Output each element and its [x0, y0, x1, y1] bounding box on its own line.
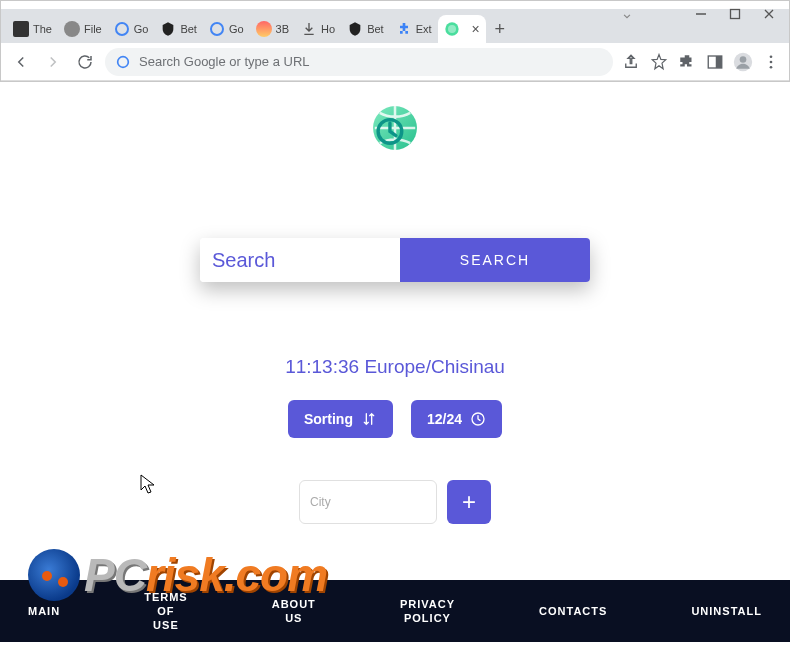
clock-timezone: Europe/Chisinau [364, 356, 504, 377]
clock-time: 11:13:36 [285, 356, 359, 377]
svg-point-11 [770, 60, 773, 63]
close-window-button[interactable] [763, 6, 775, 24]
time-format-button[interactable]: 12/24 [411, 400, 502, 438]
tab-bet-2[interactable]: Bet [341, 15, 390, 43]
city-input[interactable] [299, 480, 437, 524]
mouse-cursor-icon [140, 474, 156, 496]
svg-point-12 [770, 65, 773, 68]
maximize-button[interactable] [729, 6, 741, 24]
format-label: 12/24 [427, 411, 462, 427]
footer-about[interactable]: ABOUT US [272, 597, 316, 626]
footer-terms[interactable]: TERMS OF USE [144, 590, 188, 633]
svg-point-9 [740, 56, 747, 63]
search-bar: SEARCH [200, 238, 590, 282]
tab-active[interactable]: × [438, 15, 486, 43]
title-bar [1, 1, 789, 9]
forward-button[interactable] [41, 50, 65, 74]
site-logo [365, 98, 425, 158]
toolbar: Search Google or type a URL [1, 43, 789, 81]
clock-display: 11:13:36 Europe/Chisinau [0, 356, 790, 378]
clock-icon [470, 411, 486, 427]
tab-ho[interactable]: Ho [295, 15, 341, 43]
bookmark-icon[interactable] [649, 52, 669, 72]
footer-contacts[interactable]: CONTACTS [539, 604, 607, 618]
sorting-button[interactable]: Sorting [288, 400, 393, 438]
search-button[interactable]: SEARCH [400, 238, 590, 282]
omnibox-placeholder: Search Google or type a URL [139, 54, 603, 69]
chevron-down-icon[interactable] [620, 9, 634, 27]
footer-main[interactable]: MAIN [28, 604, 60, 618]
sort-arrows-icon [361, 411, 377, 427]
page-content: SEARCH 11:13:36 Europe/Chisinau Sorting … [0, 82, 790, 642]
tab-bet-1[interactable]: Bet [154, 15, 203, 43]
tab-3b[interactable]: 3B [250, 15, 295, 43]
svg-point-1 [116, 23, 128, 35]
reload-button[interactable] [73, 50, 97, 74]
tab-ext[interactable]: Ext [390, 15, 438, 43]
tab-strip: The File Go Bet Go 3B Ho Bet Ext × + [1, 9, 789, 43]
menu-icon[interactable] [761, 52, 781, 72]
footer-nav: MAIN TERMS OF USE ABOUT US PRIVACY POLIC… [0, 580, 790, 642]
share-icon[interactable] [621, 52, 641, 72]
svg-point-10 [770, 55, 773, 58]
footer-uninstall[interactable]: UNINSTALL [691, 604, 762, 618]
sorting-label: Sorting [304, 411, 353, 427]
google-icon [115, 54, 131, 70]
back-button[interactable] [9, 50, 33, 74]
close-tab-icon[interactable]: × [472, 21, 480, 37]
svg-point-4 [448, 25, 456, 33]
profile-icon[interactable] [733, 52, 753, 72]
svg-point-5 [118, 56, 129, 67]
search-input[interactable] [200, 238, 400, 282]
svg-rect-7 [716, 56, 722, 68]
svg-rect-0 [731, 10, 740, 19]
add-city-button[interactable]: + [447, 480, 491, 524]
tab-the[interactable]: The [7, 15, 58, 43]
new-tab-button[interactable]: + [486, 15, 514, 43]
extensions-icon[interactable] [677, 52, 697, 72]
svg-point-2 [211, 23, 223, 35]
minimize-button[interactable] [695, 6, 707, 24]
tab-google-2[interactable]: Go [203, 15, 250, 43]
omnibox[interactable]: Search Google or type a URL [105, 48, 613, 76]
tab-google-1[interactable]: Go [108, 15, 155, 43]
browser-window: The File Go Bet Go 3B Ho Bet Ext × + Sea… [0, 0, 790, 82]
tab-file[interactable]: File [58, 15, 108, 43]
footer-privacy[interactable]: PRIVACY POLICY [400, 597, 455, 626]
sidepanel-icon[interactable] [705, 52, 725, 72]
